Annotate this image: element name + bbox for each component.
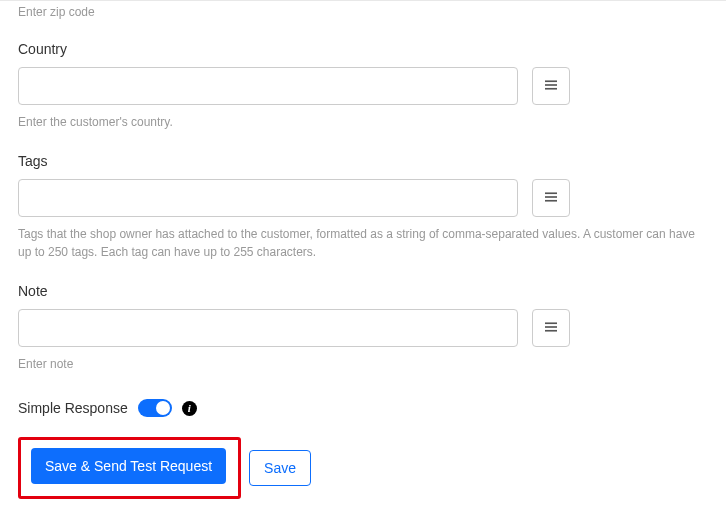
menu-icon — [542, 318, 560, 339]
button-row: Save & Send Test Request Save — [18, 437, 708, 499]
tags-field: Tags Tags that the shop owner has attach… — [18, 153, 708, 261]
note-helper-text: Enter note — [18, 355, 698, 373]
form-container: Enter zip code Country Enter the custome… — [0, 0, 726, 505]
save-send-test-button[interactable]: Save & Send Test Request — [31, 448, 226, 484]
simple-response-row: Simple Response i — [18, 399, 708, 417]
save-button[interactable]: Save — [249, 450, 311, 486]
note-menu-button[interactable] — [532, 309, 570, 347]
note-input[interactable] — [18, 309, 518, 347]
simple-response-label: Simple Response — [18, 400, 128, 416]
note-row — [18, 309, 708, 347]
menu-icon — [542, 188, 560, 209]
menu-icon — [542, 76, 560, 97]
toggle-knob — [156, 401, 170, 415]
country-label: Country — [18, 41, 708, 57]
country-input[interactable] — [18, 67, 518, 105]
tags-row — [18, 179, 708, 217]
highlight-box: Save & Send Test Request — [18, 437, 241, 499]
country-field: Country Enter the customer's country. — [18, 41, 708, 131]
simple-response-toggle[interactable] — [138, 399, 172, 417]
country-menu-button[interactable] — [532, 67, 570, 105]
country-row — [18, 67, 708, 105]
country-helper-text: Enter the customer's country. — [18, 113, 698, 131]
note-label: Note — [18, 283, 708, 299]
note-field: Note Enter note — [18, 283, 708, 373]
tags-input[interactable] — [18, 179, 518, 217]
zip-helper-text: Enter zip code — [18, 5, 708, 19]
info-icon[interactable]: i — [182, 401, 197, 416]
tags-helper-text: Tags that the shop owner has attached to… — [18, 225, 698, 261]
tags-label: Tags — [18, 153, 708, 169]
tags-menu-button[interactable] — [532, 179, 570, 217]
